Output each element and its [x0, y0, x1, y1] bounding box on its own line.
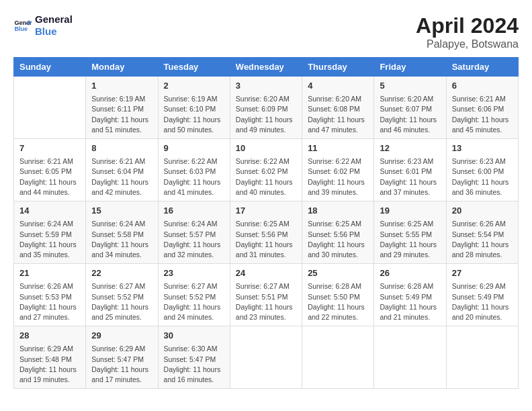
- calendar-cell: 4Sunrise: 6:20 AM Sunset: 6:08 PM Daylig…: [302, 77, 374, 139]
- day-number: 10: [236, 142, 296, 154]
- calendar-cell: 29Sunrise: 6:29 AM Sunset: 5:47 PM Dayli…: [86, 326, 158, 389]
- title-block: April 2024 Palapye, Botswana: [416, 13, 519, 50]
- cell-content: Sunrise: 6:27 AM Sunset: 5:51 PM Dayligh…: [236, 281, 296, 322]
- column-header-monday: Monday: [86, 58, 158, 77]
- logo-icon: General Blue: [13, 16, 32, 35]
- cell-content: Sunrise: 6:27 AM Sunset: 5:52 PM Dayligh…: [164, 281, 224, 322]
- calendar-cell: 17Sunrise: 6:25 AM Sunset: 5:56 PM Dayli…: [230, 201, 302, 264]
- day-number: 18: [308, 205, 368, 217]
- day-number: 1: [91, 80, 152, 92]
- calendar-cell: [302, 326, 374, 389]
- calendar-cell: 8Sunrise: 6:21 AM Sunset: 6:04 PM Daylig…: [86, 139, 158, 201]
- calendar-cell: 23Sunrise: 6:27 AM Sunset: 5:52 PM Dayli…: [158, 264, 230, 326]
- day-number: 19: [380, 205, 440, 217]
- calendar-cell: 13Sunrise: 6:23 AM Sunset: 6:00 PM Dayli…: [446, 139, 518, 201]
- calendar-week-row: 7Sunrise: 6:21 AM Sunset: 6:05 PM Daylig…: [14, 139, 519, 201]
- calendar-cell: 28Sunrise: 6:29 AM Sunset: 5:48 PM Dayli…: [14, 326, 86, 389]
- calendar-cell: 16Sunrise: 6:24 AM Sunset: 5:57 PM Dayli…: [158, 201, 230, 264]
- day-number: 20: [452, 205, 513, 217]
- calendar-week-row: 28Sunrise: 6:29 AM Sunset: 5:48 PM Dayli…: [14, 326, 519, 389]
- cell-content: Sunrise: 6:21 AM Sunset: 6:04 PM Dayligh…: [91, 156, 152, 197]
- cell-content: Sunrise: 6:21 AM Sunset: 6:06 PM Dayligh…: [452, 94, 513, 135]
- calendar-cell: 1Sunrise: 6:19 AM Sunset: 6:11 PM Daylig…: [86, 77, 158, 139]
- cell-content: Sunrise: 6:25 AM Sunset: 5:56 PM Dayligh…: [236, 219, 296, 260]
- calendar-week-row: 14Sunrise: 6:24 AM Sunset: 5:59 PM Dayli…: [14, 201, 519, 264]
- day-number: 15: [91, 205, 152, 217]
- calendar-cell: 7Sunrise: 6:21 AM Sunset: 6:05 PM Daylig…: [14, 139, 86, 201]
- calendar-header-row: SundayMondayTuesdayWednesdayThursdayFrid…: [14, 58, 519, 77]
- cell-content: Sunrise: 6:24 AM Sunset: 5:57 PM Dayligh…: [164, 219, 224, 260]
- day-number: 13: [452, 142, 513, 154]
- calendar-cell: 21Sunrise: 6:26 AM Sunset: 5:53 PM Dayli…: [14, 264, 86, 326]
- calendar-cell: [446, 326, 518, 389]
- day-number: 27: [452, 267, 513, 279]
- calendar-week-row: 21Sunrise: 6:26 AM Sunset: 5:53 PM Dayli…: [14, 264, 519, 326]
- day-number: 11: [308, 142, 368, 154]
- calendar-cell: 12Sunrise: 6:23 AM Sunset: 6:01 PM Dayli…: [374, 139, 446, 201]
- column-header-sunday: Sunday: [14, 58, 86, 77]
- calendar-cell: 25Sunrise: 6:28 AM Sunset: 5:50 PM Dayli…: [302, 264, 374, 326]
- calendar-cell: 10Sunrise: 6:22 AM Sunset: 6:02 PM Dayli…: [230, 139, 302, 201]
- calendar-cell: 14Sunrise: 6:24 AM Sunset: 5:59 PM Dayli…: [14, 201, 86, 264]
- day-number: 2: [164, 80, 224, 92]
- day-number: 14: [19, 205, 80, 217]
- calendar-cell: 19Sunrise: 6:25 AM Sunset: 5:55 PM Dayli…: [374, 201, 446, 264]
- calendar-cell: 9Sunrise: 6:22 AM Sunset: 6:03 PM Daylig…: [158, 139, 230, 201]
- calendar-cell: 2Sunrise: 6:19 AM Sunset: 6:10 PM Daylig…: [158, 77, 230, 139]
- day-number: 16: [164, 205, 224, 217]
- cell-content: Sunrise: 6:29 AM Sunset: 5:48 PM Dayligh…: [19, 344, 80, 385]
- calendar-week-row: 1Sunrise: 6:19 AM Sunset: 6:11 PM Daylig…: [14, 77, 519, 139]
- cell-content: Sunrise: 6:25 AM Sunset: 5:56 PM Dayligh…: [308, 219, 368, 260]
- calendar-cell: 24Sunrise: 6:27 AM Sunset: 5:51 PM Dayli…: [230, 264, 302, 326]
- calendar-cell: 27Sunrise: 6:29 AM Sunset: 5:49 PM Dayli…: [446, 264, 518, 326]
- calendar-cell: 18Sunrise: 6:25 AM Sunset: 5:56 PM Dayli…: [302, 201, 374, 264]
- cell-content: Sunrise: 6:27 AM Sunset: 5:52 PM Dayligh…: [91, 281, 152, 322]
- cell-content: Sunrise: 6:24 AM Sunset: 5:59 PM Dayligh…: [19, 219, 80, 260]
- calendar-cell: 15Sunrise: 6:24 AM Sunset: 5:58 PM Dayli…: [86, 201, 158, 264]
- logo-line1: General: [35, 13, 73, 26]
- day-number: 3: [236, 80, 296, 92]
- day-number: 28: [19, 330, 80, 342]
- cell-content: Sunrise: 6:26 AM Sunset: 5:53 PM Dayligh…: [19, 281, 80, 322]
- calendar-cell: 22Sunrise: 6:27 AM Sunset: 5:52 PM Dayli…: [86, 264, 158, 326]
- cell-content: Sunrise: 6:21 AM Sunset: 6:05 PM Dayligh…: [19, 156, 80, 197]
- column-header-thursday: Thursday: [302, 58, 374, 77]
- column-header-tuesday: Tuesday: [158, 58, 230, 77]
- calendar-cell: 11Sunrise: 6:22 AM Sunset: 6:02 PM Dayli…: [302, 139, 374, 201]
- day-number: 30: [164, 330, 224, 342]
- cell-content: Sunrise: 6:24 AM Sunset: 5:58 PM Dayligh…: [91, 219, 152, 260]
- logo-line2: Blue: [35, 26, 73, 38]
- day-number: 22: [91, 267, 152, 279]
- day-number: 21: [19, 267, 80, 279]
- calendar-cell: 3Sunrise: 6:20 AM Sunset: 6:09 PM Daylig…: [230, 77, 302, 139]
- day-number: 8: [91, 142, 152, 154]
- calendar-cell: 5Sunrise: 6:20 AM Sunset: 6:07 PM Daylig…: [374, 77, 446, 139]
- cell-content: Sunrise: 6:30 AM Sunset: 5:47 PM Dayligh…: [164, 344, 224, 385]
- cell-content: Sunrise: 6:28 AM Sunset: 5:50 PM Dayligh…: [308, 281, 368, 322]
- day-number: 6: [452, 80, 513, 92]
- day-number: 7: [19, 142, 80, 154]
- day-number: 25: [308, 267, 368, 279]
- cell-content: Sunrise: 6:29 AM Sunset: 5:49 PM Dayligh…: [452, 281, 513, 322]
- month-title: April 2024: [416, 13, 519, 38]
- cell-content: Sunrise: 6:22 AM Sunset: 6:03 PM Dayligh…: [164, 156, 224, 197]
- cell-content: Sunrise: 6:19 AM Sunset: 6:11 PM Dayligh…: [91, 94, 152, 135]
- cell-content: Sunrise: 6:29 AM Sunset: 5:47 PM Dayligh…: [91, 344, 152, 385]
- cell-content: Sunrise: 6:28 AM Sunset: 5:49 PM Dayligh…: [380, 281, 440, 322]
- calendar-cell: 30Sunrise: 6:30 AM Sunset: 5:47 PM Dayli…: [158, 326, 230, 389]
- logo: General Blue General Blue: [13, 13, 73, 38]
- cell-content: Sunrise: 6:20 AM Sunset: 6:08 PM Dayligh…: [308, 94, 368, 135]
- day-number: 24: [236, 267, 296, 279]
- cell-content: Sunrise: 6:20 AM Sunset: 6:07 PM Dayligh…: [380, 94, 440, 135]
- cell-content: Sunrise: 6:26 AM Sunset: 5:54 PM Dayligh…: [452, 219, 513, 260]
- calendar-cell: 6Sunrise: 6:21 AM Sunset: 6:06 PM Daylig…: [446, 77, 518, 139]
- calendar-cell: [374, 326, 446, 389]
- column-header-wednesday: Wednesday: [230, 58, 302, 77]
- cell-content: Sunrise: 6:20 AM Sunset: 6:09 PM Dayligh…: [236, 94, 296, 135]
- cell-content: Sunrise: 6:22 AM Sunset: 6:02 PM Dayligh…: [236, 156, 296, 197]
- column-header-friday: Friday: [374, 58, 446, 77]
- calendar-cell: 26Sunrise: 6:28 AM Sunset: 5:49 PM Dayli…: [374, 264, 446, 326]
- day-number: 5: [380, 80, 440, 92]
- day-number: 29: [91, 330, 152, 342]
- cell-content: Sunrise: 6:23 AM Sunset: 6:00 PM Dayligh…: [452, 156, 513, 197]
